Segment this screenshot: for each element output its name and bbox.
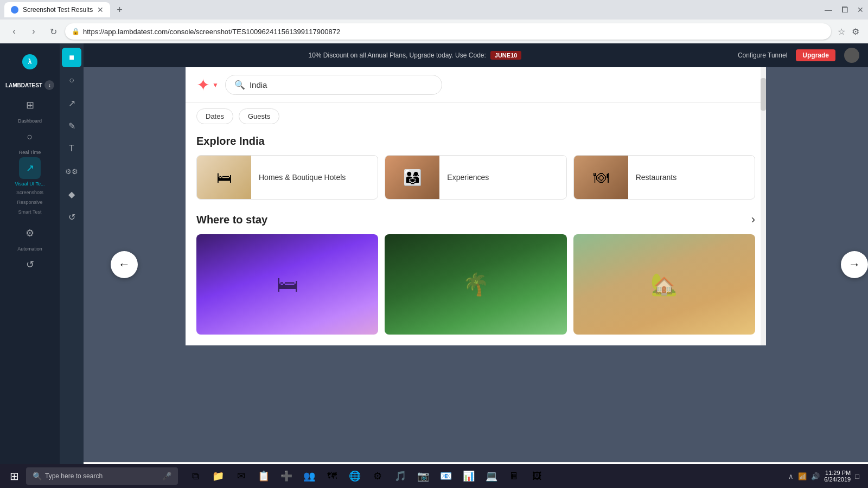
maximize-button[interactable]: ⧠ (841, 5, 848, 14)
sec-sidebar-btn-3[interactable]: ↗ (62, 93, 81, 113)
screenshot-panel: ✦ ▼ 🔍 India Dates Guests (186, 67, 766, 345)
taskbar-app-music[interactable]: 🎵 (390, 466, 411, 486)
category-name-restaurants: Restaurants (628, 173, 684, 182)
taskbar-app-mail[interactable]: 📧 (435, 466, 457, 486)
close-window-button[interactable]: ✕ (857, 5, 864, 14)
taskbar-app-gallery[interactable]: 🖼 (526, 466, 548, 486)
taskbar-app-task-view[interactable]: ⧉ (184, 466, 206, 486)
where-to-stay-section: Where to stay › 🛏 (196, 213, 755, 335)
lt-sidebar: λ LAMBDATEST ‹ ⊞ Dashboard ○ Real Time ↗… (0, 43, 60, 488)
stay-grid: 🛏 🌴 (196, 234, 755, 335)
taskbar-app-onenote[interactable]: 📋 (253, 466, 275, 486)
refresh-button[interactable]: ↻ (46, 24, 61, 39)
taskbar-app-outlook[interactable]: ✉ (230, 466, 252, 486)
lt-top-bar: 10% Discount on all Annual Plans, Upgrad… (84, 43, 868, 67)
windows-taskbar: ⊞ 🔍 Type here to search 🎤 ⧉ 📁 ✉ 📋 ➕ 👥 🗺 … (0, 464, 868, 488)
bookmark-button[interactable]: ☆ (835, 24, 847, 39)
taskbar-search[interactable]: 🔍 Type here to search 🎤 (26, 467, 178, 485)
airbnb-logo[interactable]: ✦ ▼ (196, 75, 219, 94)
where-to-stay-header: Where to stay › (196, 213, 755, 227)
taskbar-app-settings[interactable]: ⚙ (367, 466, 388, 486)
category-img-restaurants: 🍽 (574, 156, 628, 199)
extensions-button[interactable]: ⚙ (850, 24, 861, 39)
category-card-restaurants[interactable]: 🍽 Restaurants (573, 155, 755, 200)
tray-volume-icon[interactable]: 🔊 (811, 472, 820, 480)
banner-text: 10% Discount on all Annual Plans, Upgrad… (309, 52, 486, 59)
category-name-experiences: Experiences (439, 173, 496, 182)
category-img-homes: 🛏 (197, 156, 251, 199)
dates-filter-button[interactable]: Dates (196, 108, 233, 124)
taskbar-search-icon: 🔍 (33, 472, 42, 480)
sidebar-item-visual[interactable]: ↗ (19, 157, 41, 179)
sec-sidebar-btn-7[interactable]: ◆ (62, 184, 81, 204)
browser-tab-bar: Screenshot Test Results ✕ + — ⧠ ✕ (0, 0, 868, 20)
taskbar-app-explorer[interactable]: 📁 (207, 466, 229, 486)
sidebar-label-realtime: Real Time (19, 150, 41, 155)
taskbar-search-text: Type here to search (45, 472, 103, 480)
stay-card-1[interactable]: 🛏 (196, 234, 378, 335)
taskbar-time: 11:29 PM (824, 470, 851, 476)
lt-brand-text: LAMBDATEST (5, 82, 42, 88)
airbnb-search-bar[interactable]: 🔍 India (225, 75, 442, 95)
sidebar-item-logs[interactable]: ↺ (19, 254, 41, 275)
upgrade-button[interactable]: Upgrade (796, 49, 835, 61)
lt-logo: λ (18, 50, 42, 74)
taskbar-mic-icon[interactable]: 🎤 (162, 472, 171, 480)
prev-screenshot-button[interactable]: ← (111, 251, 138, 278)
sidebar-item-dashboard[interactable]: ⊞ (19, 94, 41, 116)
sec-sidebar-btn-6[interactable]: ⚙⚙ (62, 162, 81, 181)
tab-close-button[interactable]: ✕ (97, 5, 104, 14)
sec-sidebar-btn-2[interactable]: ○ (62, 70, 81, 90)
minimize-button[interactable]: — (825, 5, 832, 14)
stay-card-3[interactable]: 🏡 (573, 234, 755, 335)
sidebar-label-visual: Visual UI Te... (15, 181, 44, 187)
sidebar-item-realtime[interactable]: ○ (19, 126, 41, 147)
tray-network-icon[interactable]: 📶 (798, 472, 807, 480)
action-center-icon[interactable]: □ (855, 472, 859, 480)
tray-arrow[interactable]: ∧ (788, 472, 794, 480)
guests-filter-button[interactable]: Guests (239, 108, 279, 124)
configure-tunnel-link[interactable]: Configure Tunnel (738, 52, 787, 59)
sidebar-label-responsive: Responsive (15, 198, 44, 206)
category-name-homes: Homes & Boutique Hotels (251, 173, 353, 182)
sidebar-collapse-button[interactable]: ‹ (44, 80, 54, 90)
user-avatar[interactable] (844, 48, 859, 63)
category-grid: 🛏 Homes & Boutique Hotels 👨‍👩‍👧 Experien… (196, 155, 755, 200)
sidebar-label-smart: Smart Test (16, 208, 44, 216)
forward-button[interactable]: › (26, 24, 41, 39)
search-icon: 🔍 (234, 80, 245, 90)
sec-sidebar-btn-4[interactable]: ✎ (62, 116, 81, 136)
explore-section: Explore India 🛏 Homes & Boutique Hotels (186, 124, 766, 345)
where-to-stay-chevron[interactable]: › (751, 213, 755, 227)
scrollbar-track[interactable] (761, 67, 766, 345)
main-content: 10% Discount on all Annual Plans, Upgrad… (84, 43, 868, 488)
new-tab-button[interactable]: + (112, 2, 127, 18)
back-button[interactable]: ‹ (7, 24, 22, 39)
sec-sidebar-btn-8[interactable]: ↺ (62, 207, 81, 227)
stay-card-2[interactable]: 🌴 (385, 234, 566, 335)
scrollbar-thumb[interactable] (761, 78, 766, 111)
taskbar-app-maps[interactable]: 🗺 (321, 466, 343, 486)
sec-sidebar-btn-5[interactable]: T (62, 139, 81, 158)
search-value: India (250, 80, 267, 89)
taskbar-app-plus[interactable]: ➕ (276, 466, 297, 486)
taskbar-app-calculator[interactable]: 🖩 (503, 466, 525, 486)
sidebar-item-automation[interactable]: ⚙ (19, 222, 41, 244)
taskbar-app-photos[interactable]: 📷 (412, 466, 434, 486)
category-card-experiences[interactable]: 👨‍👩‍👧 Experiences (385, 155, 566, 200)
browser-tab[interactable]: Screenshot Test Results ✕ (4, 2, 110, 17)
taskbar-app-teams[interactable]: 👥 (298, 466, 320, 486)
taskbar-clock[interactable]: 11:29 PM 6/24/2019 (824, 470, 851, 483)
lt-banner: 10% Discount on all Annual Plans, Upgrad… (92, 51, 738, 60)
start-button[interactable]: ⊞ (4, 466, 24, 486)
taskbar-app-word[interactable]: 💻 (481, 466, 502, 486)
next-screenshot-button[interactable]: → (841, 251, 868, 278)
taskbar-app-chrome[interactable]: 🌐 (344, 466, 366, 486)
category-card-homes[interactable]: 🛏 Homes & Boutique Hotels (196, 155, 378, 200)
sec-sidebar-btn-1[interactable]: ■ (62, 48, 81, 67)
sidebar-label-screenshots: Screenshots (14, 189, 46, 196)
where-to-stay-title: Where to stay (196, 214, 267, 226)
address-actions: ☆ ⚙ (835, 24, 861, 39)
address-bar[interactable]: 🔒 https://app.lambdatest.com/console/scr… (65, 23, 831, 40)
taskbar-app-excel[interactable]: 📊 (458, 466, 480, 486)
